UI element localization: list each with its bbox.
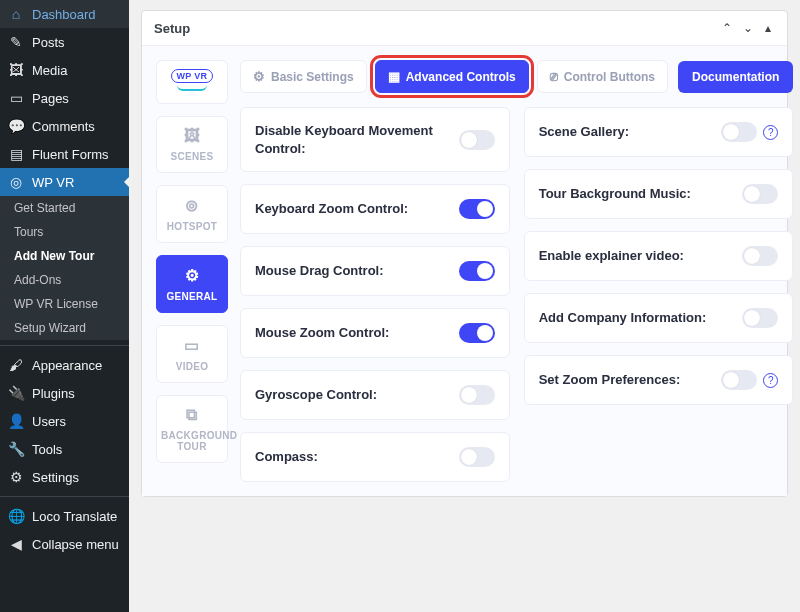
sidebar-item-dashboard[interactable]: ⌂Dashboard <box>0 0 129 28</box>
menu-icon: 🖾 <box>8 62 24 78</box>
setting-row: Enable explainer video: <box>524 231 794 281</box>
bgtour-icon: ⧉ <box>161 406 223 424</box>
vtab-general[interactable]: ⚙GENERAL <box>156 255 228 313</box>
setting-controls: ? <box>721 370 778 390</box>
sidebar-item-comments[interactable]: 💬Comments <box>0 112 129 140</box>
sidebar-item-label: Appearance <box>32 358 102 373</box>
setting-controls: ? <box>721 122 778 142</box>
setting-controls <box>742 184 778 204</box>
toggle-switch[interactable] <box>459 385 495 405</box>
setting-controls <box>459 447 495 467</box>
info-icon[interactable]: ? <box>763 373 778 388</box>
sidebar-item-label: Collapse menu <box>32 537 119 552</box>
setting-label: Gyroscope Control: <box>255 386 377 404</box>
sidebar-subitem-setup-wizard[interactable]: Setup Wizard <box>0 316 129 340</box>
sidebar-item-label: Settings <box>32 470 79 485</box>
panel-collapse-up[interactable]: ⌃ <box>718 19 736 37</box>
sidebar-item-label: Tools <box>32 442 62 457</box>
page-content: Setup ⌃ ⌄ ▴ WP VR🖼SCENES⊚HOTSPOT⚙GENERAL… <box>129 0 800 612</box>
sidebar-item-label: Dashboard <box>32 7 96 22</box>
vtab-hotspot[interactable]: ⊚HOTSPOT <box>156 185 228 243</box>
sidebar-item-fluent-forms[interactable]: ▤Fluent Forms <box>0 140 129 168</box>
sidebar-subitem-add-ons[interactable]: Add-Ons <box>0 268 129 292</box>
sidebar-subitem-add-new-tour[interactable]: Add New Tour <box>0 244 129 268</box>
vtab-video[interactable]: ▭VIDEO <box>156 325 228 383</box>
sidebar-subitem-wp-vr-license[interactable]: WP VR License <box>0 292 129 316</box>
sidebar-item-label: WP VR <box>32 175 74 190</box>
toggle-switch[interactable] <box>742 184 778 204</box>
menu-icon: 🌐 <box>8 508 24 524</box>
sidebar-subitem-get-started[interactable]: Get Started <box>0 196 129 220</box>
setting-label: Keyboard Zoom Control: <box>255 200 408 218</box>
htab-advanced-controls[interactable]: ▦Advanced Controls <box>375 60 529 93</box>
htab-label: Advanced Controls <box>406 70 516 84</box>
setting-row: Mouse Zoom Control: <box>240 308 510 358</box>
horizontal-tabs: ⚙Basic Settings▦Advanced Controls⎚Contro… <box>240 60 668 93</box>
toggle-switch[interactable] <box>721 370 757 390</box>
sidebar-item-appearance[interactable]: 🖌Appearance <box>0 351 129 379</box>
sidebar-item-posts[interactable]: ✎Posts <box>0 28 129 56</box>
setting-row: Disable Keyboard Movement Control: <box>240 107 510 172</box>
setting-row: Add Company Information: <box>524 293 794 343</box>
setup-panel: Setup ⌃ ⌄ ▴ WP VR🖼SCENES⊚HOTSPOT⚙GENERAL… <box>141 10 788 497</box>
vtab-scenes[interactable]: 🖼SCENES <box>156 116 228 173</box>
documentation-button[interactable]: Documentation <box>678 61 793 93</box>
sidebar-item-media[interactable]: 🖾Media <box>0 56 129 84</box>
info-icon[interactable]: ? <box>763 125 778 140</box>
sidebar-item-label: Loco Translate <box>32 509 117 524</box>
general-icon: ⚙ <box>161 266 223 285</box>
sidebar-item-settings[interactable]: ⚙Settings <box>0 463 129 491</box>
htab-label: Basic Settings <box>271 70 354 84</box>
sidebar-item-pages[interactable]: ▭Pages <box>0 84 129 112</box>
htabs-row: ⚙Basic Settings▦Advanced Controls⎚Contro… <box>240 60 793 93</box>
sidebar-item-collapse-menu[interactable]: ◀Collapse menu <box>0 530 129 558</box>
panel-toggle[interactable]: ▴ <box>761 19 775 37</box>
toggle-switch[interactable] <box>721 122 757 142</box>
toggle-switch[interactable] <box>459 447 495 467</box>
setting-controls <box>459 261 495 281</box>
htab-icon: ⎚ <box>550 69 558 84</box>
setting-label: Mouse Drag Control: <box>255 262 384 280</box>
toggle-switch[interactable] <box>459 261 495 281</box>
sidebar-item-wpvr[interactable]: ◎ WP VR <box>0 168 129 196</box>
menu-icon: ⌂ <box>8 6 24 22</box>
sidebar-item-tools[interactable]: 🔧Tools <box>0 435 129 463</box>
htab-basic-settings[interactable]: ⚙Basic Settings <box>240 60 367 93</box>
menu-icon: ▭ <box>8 90 24 106</box>
vr-icon: ◎ <box>8 174 24 190</box>
setting-row: Compass: <box>240 432 510 482</box>
menu-icon: 👤 <box>8 413 24 429</box>
setting-row: Mouse Drag Control: <box>240 246 510 296</box>
sidebar-item-plugins[interactable]: 🔌Plugins <box>0 379 129 407</box>
menu-icon: 💬 <box>8 118 24 134</box>
sidebar-item-label: Users <box>32 414 66 429</box>
setting-label: Tour Background Music: <box>539 185 691 203</box>
htab-control-buttons[interactable]: ⎚Control Buttons <box>537 60 668 93</box>
settings-area: ⚙Basic Settings▦Advanced Controls⎚Contro… <box>240 60 793 482</box>
sidebar-subitem-tours[interactable]: Tours <box>0 220 129 244</box>
sidebar-item-label: Plugins <box>32 386 75 401</box>
setting-label: Enable explainer video: <box>539 247 684 265</box>
settings-column-left: Disable Keyboard Movement Control:Keyboa… <box>240 107 510 482</box>
arc-icon <box>177 85 207 91</box>
panel-collapse-down[interactable]: ⌄ <box>739 19 757 37</box>
setting-label: Mouse Zoom Control: <box>255 324 389 342</box>
setting-row: Set Zoom Preferences:? <box>524 355 794 405</box>
toggle-switch[interactable] <box>459 130 495 150</box>
sidebar-item-users[interactable]: 👤Users <box>0 407 129 435</box>
scenes-icon: 🖼 <box>161 127 223 145</box>
toggle-switch[interactable] <box>459 199 495 219</box>
vtab-bgtour[interactable]: ⧉BACKGROUND TOUR <box>156 395 228 463</box>
setting-label: Add Company Information: <box>539 309 707 327</box>
toggle-switch[interactable] <box>742 246 778 266</box>
sidebar-item-label: Media <box>32 63 67 78</box>
vertical-tabs: WP VR🖼SCENES⊚HOTSPOT⚙GENERAL▭VIDEO⧉BACKG… <box>156 60 228 482</box>
toggle-switch[interactable] <box>742 308 778 328</box>
vtab-logo[interactable]: WP VR <box>156 60 228 104</box>
setting-controls <box>459 199 495 219</box>
sidebar-item-loco-translate[interactable]: 🌐Loco Translate <box>0 502 129 530</box>
toggle-switch[interactable] <box>459 323 495 343</box>
setting-label: Disable Keyboard Movement Control: <box>255 122 449 157</box>
wpvr-logo: WP VR <box>171 69 214 83</box>
hotspot-icon: ⊚ <box>161 196 223 215</box>
